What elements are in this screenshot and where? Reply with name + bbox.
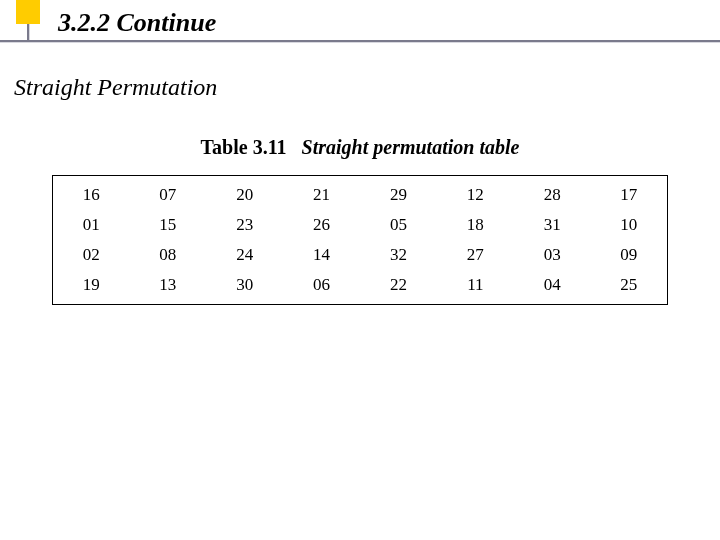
table-cell: 30: [206, 270, 283, 305]
table-cell: 03: [514, 240, 591, 270]
permutation-table: 16 07 20 21 29 12 28 17 01 15 23 26 05 1…: [52, 175, 668, 305]
table-cell: 12: [437, 176, 514, 211]
table-cell: 08: [129, 240, 206, 270]
table-cell: 31: [514, 210, 591, 240]
table-cell: 04: [514, 270, 591, 305]
table-cell: 17: [591, 176, 668, 211]
table-cell: 21: [283, 176, 360, 211]
table-cell: 11: [437, 270, 514, 305]
table-cell: 22: [360, 270, 437, 305]
table-cell: 13: [129, 270, 206, 305]
table-title: Straight permutation table: [302, 136, 520, 158]
table-cell: 27: [437, 240, 514, 270]
table-cell: 05: [360, 210, 437, 240]
table-cell: 16: [53, 176, 130, 211]
slide-header: 3.2.2 Continue: [0, 0, 720, 46]
table-cell: 09: [591, 240, 668, 270]
table-label: Table 3.11: [201, 136, 287, 158]
table-row: 02 08 24 14 32 27 03 09: [53, 240, 668, 270]
header-rule-light: [0, 42, 720, 43]
table-cell: 20: [206, 176, 283, 211]
table-cell: 23: [206, 210, 283, 240]
table-cell: 32: [360, 240, 437, 270]
table-cell: 29: [360, 176, 437, 211]
table-cell: 01: [53, 210, 130, 240]
table-cell: 25: [591, 270, 668, 305]
table-row: 01 15 23 26 05 18 31 10: [53, 210, 668, 240]
table-cell: 19: [53, 270, 130, 305]
table-cell: 24: [206, 240, 283, 270]
table-cell: 28: [514, 176, 591, 211]
table-caption: Table 3.11 Straight permutation table: [0, 136, 720, 159]
subheading: Straight Permutation: [14, 74, 217, 101]
table-row: 19 13 30 06 22 11 04 25: [53, 270, 668, 305]
table-cell: 26: [283, 210, 360, 240]
table-cell: 18: [437, 210, 514, 240]
table-cell: 10: [591, 210, 668, 240]
bullet-icon: [16, 0, 40, 24]
table-cell: 02: [53, 240, 130, 270]
section-number: 3.2.2 Continue: [58, 8, 216, 38]
table-cell: 14: [283, 240, 360, 270]
table-row: 16 07 20 21 29 12 28 17: [53, 176, 668, 211]
table-cell: 06: [283, 270, 360, 305]
table-cell: 07: [129, 176, 206, 211]
header-tick-light: [29, 24, 30, 40]
table-cell: 15: [129, 210, 206, 240]
